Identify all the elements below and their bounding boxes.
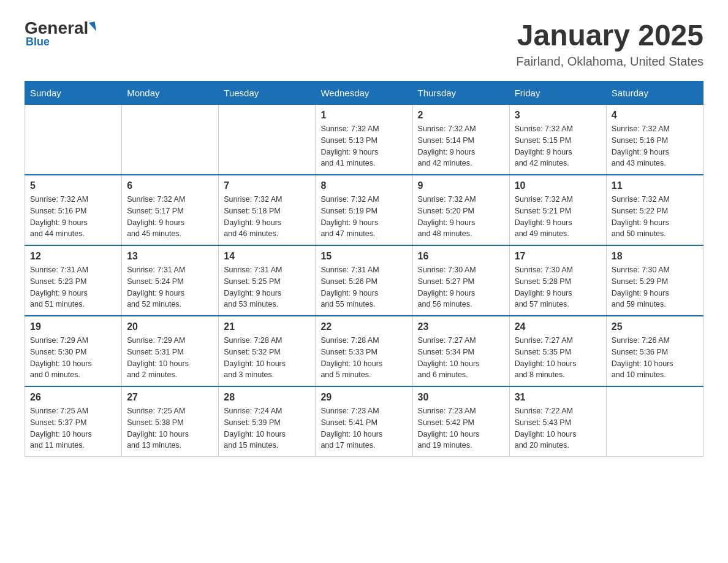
day-info: Sunrise: 7:32 AMSunset: 5:13 PMDaylight:… (320, 123, 407, 169)
calendar-week-row: 1Sunrise: 7:32 AMSunset: 5:13 PMDaylight… (25, 105, 703, 175)
day-number: 25 (612, 321, 698, 332)
day-number: 5 (30, 180, 116, 191)
day-info: Sunrise: 7:29 AMSunset: 5:30 PMDaylight:… (30, 335, 116, 381)
logo-blue-text: Blue (26, 36, 50, 48)
calendar-week-row: 26Sunrise: 7:25 AMSunset: 5:37 PMDayligh… (25, 386, 703, 457)
calendar-cell: 18Sunrise: 7:30 AMSunset: 5:29 PMDayligh… (606, 245, 703, 316)
calendar-cell: 9Sunrise: 7:32 AMSunset: 5:20 PMDaylight… (412, 175, 509, 245)
calendar-cell: 20Sunrise: 7:29 AMSunset: 5:31 PMDayligh… (122, 316, 219, 386)
calendar-cell (606, 386, 703, 457)
calendar-cell: 13Sunrise: 7:31 AMSunset: 5:24 PMDayligh… (122, 245, 219, 316)
day-number: 21 (224, 321, 310, 332)
day-number: 31 (515, 392, 601, 403)
day-number: 1 (320, 110, 407, 121)
day-info: Sunrise: 7:31 AMSunset: 5:26 PMDaylight:… (320, 264, 407, 310)
calendar-cell: 3Sunrise: 7:32 AMSunset: 5:15 PMDaylight… (509, 105, 606, 175)
day-number: 26 (30, 392, 116, 403)
calendar-week-row: 19Sunrise: 7:29 AMSunset: 5:30 PMDayligh… (25, 316, 703, 386)
day-info: Sunrise: 7:26 AMSunset: 5:36 PMDaylight:… (612, 335, 698, 381)
day-number: 8 (320, 180, 407, 191)
day-number: 29 (320, 392, 407, 403)
day-number: 20 (127, 321, 213, 332)
calendar-cell: 7Sunrise: 7:32 AMSunset: 5:18 PMDaylight… (219, 175, 316, 245)
page-subtitle: Fairland, Oklahoma, United States (516, 55, 703, 69)
day-info: Sunrise: 7:30 AMSunset: 5:28 PMDaylight:… (515, 264, 601, 310)
day-info: Sunrise: 7:32 AMSunset: 5:17 PMDaylight:… (127, 194, 213, 240)
weekday-header-row: SundayMondayTuesdayWednesdayThursdayFrid… (25, 82, 703, 105)
weekday-header-sunday: Sunday (25, 82, 122, 105)
day-number: 12 (30, 251, 116, 262)
day-info: Sunrise: 7:25 AMSunset: 5:37 PMDaylight:… (30, 405, 116, 451)
weekday-header-wednesday: Wednesday (316, 82, 412, 105)
calendar-cell: 6Sunrise: 7:32 AMSunset: 5:17 PMDaylight… (122, 175, 219, 245)
calendar-cell: 28Sunrise: 7:24 AMSunset: 5:39 PMDayligh… (219, 386, 316, 457)
day-info: Sunrise: 7:22 AMSunset: 5:43 PMDaylight:… (515, 405, 601, 451)
day-number: 11 (612, 180, 698, 191)
day-number: 13 (127, 251, 213, 262)
day-number: 30 (418, 392, 504, 403)
day-info: Sunrise: 7:23 AMSunset: 5:42 PMDaylight:… (418, 405, 504, 451)
day-number: 28 (224, 392, 310, 403)
day-number: 15 (320, 251, 407, 262)
calendar-week-row: 5Sunrise: 7:32 AMSunset: 5:16 PMDaylight… (25, 175, 703, 245)
day-info: Sunrise: 7:30 AMSunset: 5:27 PMDaylight:… (418, 264, 504, 310)
day-info: Sunrise: 7:32 AMSunset: 5:20 PMDaylight:… (418, 194, 504, 240)
calendar-cell: 21Sunrise: 7:28 AMSunset: 5:32 PMDayligh… (219, 316, 316, 386)
day-number: 7 (224, 180, 310, 191)
calendar-cell: 17Sunrise: 7:30 AMSunset: 5:28 PMDayligh… (509, 245, 606, 316)
calendar-cell (219, 105, 316, 175)
calendar-week-row: 12Sunrise: 7:31 AMSunset: 5:23 PMDayligh… (25, 245, 703, 316)
calendar-cell: 10Sunrise: 7:32 AMSunset: 5:21 PMDayligh… (509, 175, 606, 245)
day-info: Sunrise: 7:32 AMSunset: 5:21 PMDaylight:… (515, 194, 601, 240)
day-number: 3 (515, 110, 601, 121)
weekday-header-saturday: Saturday (606, 82, 703, 105)
calendar-cell: 23Sunrise: 7:27 AMSunset: 5:34 PMDayligh… (412, 316, 509, 386)
day-info: Sunrise: 7:31 AMSunset: 5:23 PMDaylight:… (30, 264, 116, 310)
calendar-cell: 19Sunrise: 7:29 AMSunset: 5:30 PMDayligh… (25, 316, 122, 386)
day-number: 18 (612, 251, 698, 262)
day-info: Sunrise: 7:27 AMSunset: 5:35 PMDaylight:… (515, 335, 601, 381)
day-number: 24 (515, 321, 601, 332)
day-number: 16 (418, 251, 504, 262)
calendar-cell: 26Sunrise: 7:25 AMSunset: 5:37 PMDayligh… (25, 386, 122, 457)
day-info: Sunrise: 7:28 AMSunset: 5:33 PMDaylight:… (320, 335, 407, 381)
day-info: Sunrise: 7:32 AMSunset: 5:22 PMDaylight:… (612, 194, 698, 240)
day-info: Sunrise: 7:27 AMSunset: 5:34 PMDaylight:… (418, 335, 504, 381)
day-info: Sunrise: 7:32 AMSunset: 5:18 PMDaylight:… (224, 194, 310, 240)
day-number: 14 (224, 251, 310, 262)
header: General Blue January 2025 Fairland, Okla… (25, 18, 703, 69)
calendar-table: SundayMondayTuesdayWednesdayThursdayFrid… (25, 81, 703, 457)
calendar-cell: 30Sunrise: 7:23 AMSunset: 5:42 PMDayligh… (412, 386, 509, 457)
day-info: Sunrise: 7:25 AMSunset: 5:38 PMDaylight:… (127, 405, 213, 451)
day-number: 9 (418, 180, 504, 191)
weekday-header-tuesday: Tuesday (219, 82, 316, 105)
day-info: Sunrise: 7:32 AMSunset: 5:16 PMDaylight:… (612, 123, 698, 169)
day-number: 10 (515, 180, 601, 191)
weekday-header-friday: Friday (509, 82, 606, 105)
day-info: Sunrise: 7:31 AMSunset: 5:25 PMDaylight:… (224, 264, 310, 310)
title-area: January 2025 Fairland, Oklahoma, United … (516, 18, 703, 69)
page-title: January 2025 (516, 18, 703, 52)
day-info: Sunrise: 7:31 AMSunset: 5:24 PMDaylight:… (127, 264, 213, 310)
logo-triangle-icon (89, 21, 97, 32)
weekday-header-thursday: Thursday (412, 82, 509, 105)
logo: General Blue (25, 18, 96, 48)
day-number: 2 (418, 110, 504, 121)
calendar-cell: 15Sunrise: 7:31 AMSunset: 5:26 PMDayligh… (316, 245, 412, 316)
day-info: Sunrise: 7:32 AMSunset: 5:15 PMDaylight:… (515, 123, 601, 169)
calendar-cell: 22Sunrise: 7:28 AMSunset: 5:33 PMDayligh… (316, 316, 412, 386)
day-info: Sunrise: 7:28 AMSunset: 5:32 PMDaylight:… (224, 335, 310, 381)
calendar-cell: 2Sunrise: 7:32 AMSunset: 5:14 PMDaylight… (412, 105, 509, 175)
day-info: Sunrise: 7:24 AMSunset: 5:39 PMDaylight:… (224, 405, 310, 451)
day-number: 27 (127, 392, 213, 403)
day-info: Sunrise: 7:32 AMSunset: 5:19 PMDaylight:… (320, 194, 407, 240)
calendar-cell: 31Sunrise: 7:22 AMSunset: 5:43 PMDayligh… (509, 386, 606, 457)
calendar-cell: 27Sunrise: 7:25 AMSunset: 5:38 PMDayligh… (122, 386, 219, 457)
weekday-header-monday: Monday (122, 82, 219, 105)
day-number: 4 (612, 110, 698, 121)
day-info: Sunrise: 7:32 AMSunset: 5:16 PMDaylight:… (30, 194, 116, 240)
calendar-cell: 25Sunrise: 7:26 AMSunset: 5:36 PMDayligh… (606, 316, 703, 386)
calendar-cell: 8Sunrise: 7:32 AMSunset: 5:19 PMDaylight… (316, 175, 412, 245)
calendar-cell: 4Sunrise: 7:32 AMSunset: 5:16 PMDaylight… (606, 105, 703, 175)
calendar-cell: 29Sunrise: 7:23 AMSunset: 5:41 PMDayligh… (316, 386, 412, 457)
